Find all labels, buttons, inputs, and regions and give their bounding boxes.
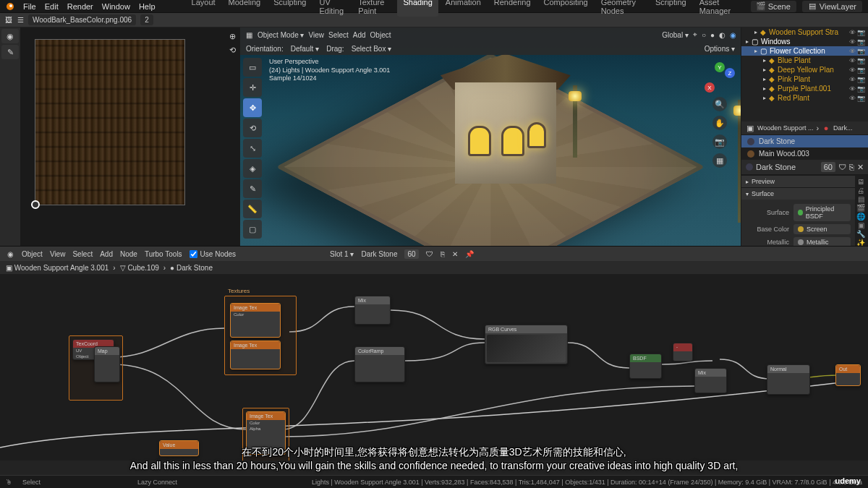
eye-icon[interactable]: 👁 bbox=[849, 85, 856, 93]
node-colorramp[interactable]: ColorRamp bbox=[354, 346, 405, 382]
axis-z-icon[interactable]: Z bbox=[725, 68, 735, 78]
reset-view-icon[interactable]: ⟲ bbox=[229, 46, 236, 55]
use-nodes-check[interactable]: Use Nodes bbox=[190, 250, 236, 258]
shading-matprev-icon[interactable]: ◐ bbox=[719, 31, 726, 39]
mat-shield-icon[interactable]: 🛡 bbox=[426, 250, 433, 258]
prop-value[interactable]: Metallic bbox=[793, 237, 851, 246]
eye-icon[interactable]: 👁 bbox=[849, 48, 856, 55]
bc-mat[interactable]: ● Dark Stone bbox=[170, 264, 213, 272]
tool-transform[interactable]: ◈ bbox=[243, 159, 262, 178]
node-imgtex-2[interactable]: Image Tex bbox=[230, 341, 281, 369]
ne-menu-node[interactable]: Node bbox=[120, 250, 137, 258]
node-mix-1[interactable]: Mix bbox=[354, 296, 391, 325]
tab-render-icon[interactable]: 🖥 bbox=[855, 178, 867, 186]
ne-menu-view[interactable]: View bbox=[50, 250, 66, 258]
render-icon[interactable]: 📷 bbox=[857, 67, 865, 74]
tool-rotate[interactable]: ⟲ bbox=[243, 119, 262, 137]
menu-window[interactable]: Window bbox=[102, 2, 130, 11]
panel-preview[interactable]: Preview bbox=[741, 175, 855, 187]
orientation-global[interactable]: Global ▾ bbox=[662, 31, 689, 39]
tab-asset[interactable]: Asset Manager bbox=[694, 0, 742, 17]
unlink-icon[interactable]: ✕ bbox=[857, 163, 864, 172]
outliner-row[interactable]: ▸◆Purple Plant.001👁📷 bbox=[741, 84, 868, 93]
outliner-row[interactable]: ▸◆Pink Plant👁📷 bbox=[741, 74, 868, 84]
outliner-row[interactable]: ▸▢Windows👁📷 bbox=[741, 37, 868, 46]
tab-geonodes[interactable]: Geometry Nodes bbox=[595, 0, 648, 17]
zoom-nav-icon[interactable]: 🔍 bbox=[712, 97, 727, 111]
pin-icon[interactable]: 📌 bbox=[465, 250, 474, 258]
tab-output-icon[interactable]: 🖨 bbox=[855, 187, 867, 194]
tab-scripting[interactable]: Scripting bbox=[650, 0, 692, 17]
menu-edit[interactable]: Edit bbox=[45, 2, 59, 11]
cursor-gizmo-icon[interactable] bbox=[31, 200, 40, 209]
render-icon[interactable]: 📷 bbox=[857, 76, 865, 83]
render-icon[interactable]: 📷 bbox=[857, 38, 865, 46]
node-reroute[interactable]: · bbox=[673, 343, 693, 361]
tool-sample[interactable]: ◉ bbox=[1, 29, 19, 43]
vp-menu-view[interactable]: View bbox=[308, 31, 324, 39]
node-mode[interactable]: Object bbox=[22, 250, 43, 258]
node-imgtex-1[interactable]: Image TexColor bbox=[230, 303, 281, 338]
tool-cursor[interactable]: ✛ bbox=[243, 78, 262, 97]
tool-measure[interactable]: 📏 bbox=[243, 200, 262, 218]
menu-render[interactable]: Render bbox=[67, 2, 93, 11]
tab-compositing[interactable]: Compositing bbox=[538, 0, 594, 17]
shading-wireframe-icon[interactable]: ○ bbox=[702, 31, 706, 39]
shader-editor-icon[interactable]: ◉ bbox=[6, 249, 14, 258]
prop-value[interactable]: Screen bbox=[793, 224, 851, 234]
outliner-row[interactable]: ▸◆Deep Yellow Plan👁📷 bbox=[741, 65, 868, 74]
zoom-icon[interactable]: ⊕ bbox=[229, 32, 236, 41]
image-menu-toggle[interactable]: ☰ bbox=[17, 16, 24, 24]
image-editor-icon[interactable]: 🖼 bbox=[4, 16, 13, 25]
tab-scene-icon[interactable]: 🎬 bbox=[855, 204, 867, 212]
tab-rendering[interactable]: Rendering bbox=[488, 0, 537, 17]
tool-annotate[interactable]: ✎ bbox=[1, 45, 19, 59]
mat-del-icon[interactable]: ✕ bbox=[452, 250, 458, 258]
node-mix-shader[interactable]: Mix bbox=[694, 368, 727, 393]
eye-icon[interactable]: 👁 bbox=[849, 38, 856, 46]
eye-icon[interactable]: 👁 bbox=[849, 67, 856, 74]
axis-y-icon[interactable]: Y bbox=[715, 62, 725, 72]
viewport-panel[interactable]: ▦ Object Mode ▾ View Select Add Object G… bbox=[240, 27, 741, 246]
eye-icon[interactable]: 👁 bbox=[849, 29, 856, 36]
panel-surface[interactable]: Surface bbox=[741, 187, 855, 200]
shading-solid-icon[interactable]: ● bbox=[710, 31, 715, 39]
ne-menu-select[interactable]: Select bbox=[72, 250, 93, 258]
texture-preview[interactable] bbox=[35, 39, 185, 205]
camera-nav-icon[interactable]: 📷 bbox=[712, 134, 727, 149]
node-canvas[interactable]: Textures TexCoordUVObject Map Image TexC… bbox=[0, 274, 868, 461]
axis-x-icon[interactable]: X bbox=[705, 82, 715, 93]
tab-texpaint[interactable]: Texture Paint bbox=[352, 0, 396, 17]
tool-scale[interactable]: ⤡ bbox=[243, 139, 262, 158]
pan-nav-icon[interactable]: ✋ bbox=[712, 116, 727, 130]
outliner-row[interactable]: ▸◆Red Plant👁📷 bbox=[741, 93, 868, 103]
tool-move[interactable]: ✥ bbox=[243, 98, 262, 117]
scene-field[interactable]: 🎬Scene bbox=[751, 1, 796, 12]
surface-shader[interactable]: Principled BSDF bbox=[793, 204, 851, 221]
copy-icon[interactable]: ⎘ bbox=[849, 163, 854, 171]
node-normalmap[interactable]: Normal bbox=[767, 364, 810, 395]
material-slot[interactable]: Dark Stone bbox=[741, 135, 868, 147]
drag-dropdown[interactable]: Select Box ▾ bbox=[352, 45, 392, 53]
datablock-users[interactable]: 60 bbox=[821, 162, 835, 172]
outliner-row[interactable]: ▸◆Blue Plant👁📷 bbox=[741, 56, 868, 65]
vp-menu-select[interactable]: Select bbox=[328, 31, 349, 39]
render-icon[interactable]: 📷 bbox=[857, 29, 865, 36]
outliner-row[interactable]: ▸▢Flower Collection👁📷 bbox=[741, 46, 868, 56]
node-imgtex-3[interactable]: Image TexColorAlpha bbox=[246, 411, 286, 455]
orient-dropdown[interactable]: Default ▾ bbox=[291, 45, 319, 53]
eye-icon[interactable]: 👁 bbox=[849, 76, 856, 83]
outliner-row[interactable]: ▸◆Wooden Support Stra👁📷 bbox=[741, 27, 868, 37]
tab-shading[interactable]: Shading bbox=[397, 0, 438, 17]
render-icon[interactable]: 📷 bbox=[857, 57, 865, 64]
render-icon[interactable]: 📷 bbox=[857, 48, 865, 55]
node-curves[interactable]: RGB Curves bbox=[485, 325, 568, 364]
tab-object-icon[interactable]: ▣ bbox=[855, 221, 867, 229]
node-bsdf[interactable]: BSDF bbox=[629, 354, 662, 379]
persp-nav-icon[interactable]: ▦ bbox=[712, 153, 727, 168]
eye-icon[interactable]: 👁 bbox=[849, 57, 856, 64]
ne-menu-add[interactable]: Add bbox=[100, 250, 113, 258]
options-dropdown[interactable]: Options ▾ bbox=[705, 45, 735, 53]
image-filename[interactable]: WoodBark_BaseColor.png.006 bbox=[28, 14, 136, 25]
shading-rendered-icon[interactable]: ◉ bbox=[730, 31, 736, 39]
